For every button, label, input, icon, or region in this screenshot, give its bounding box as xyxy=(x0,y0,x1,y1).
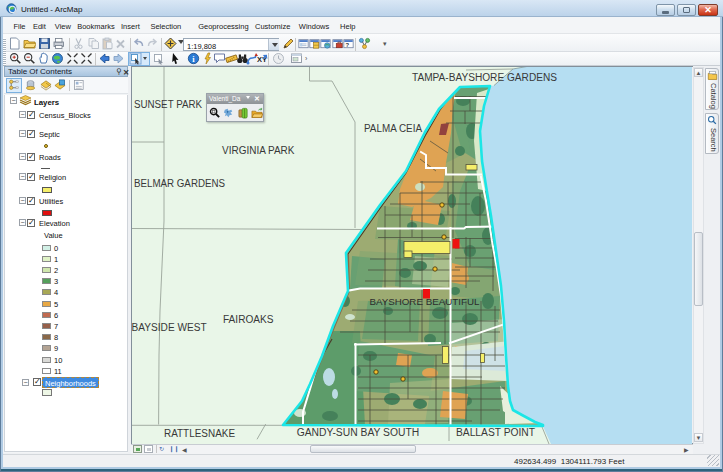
svg-text:VIRGINIA PARK: VIRGINIA PARK xyxy=(222,145,295,156)
svg-text:BELMAR GARDENS: BELMAR GARDENS xyxy=(134,178,225,189)
svg-text:BAYSHORE BEAUTIFUL: BAYSHORE BEAUTIFUL xyxy=(369,297,479,307)
svg-text:BALLAST POINT: BALLAST POINT xyxy=(456,427,535,438)
svg-text:PALMA CEIA: PALMA CEIA xyxy=(364,123,422,134)
svg-text:GANDY-SUN BAY SOUTH: GANDY-SUN BAY SOUTH xyxy=(297,427,420,438)
svg-text:SUNSET PARK: SUNSET PARK xyxy=(134,99,202,110)
svg-text:RATTLESNAKE: RATTLESNAKE xyxy=(164,428,235,439)
svg-text:?: ? xyxy=(345,42,349,48)
svg-text:BAYSIDE WEST: BAYSIDE WEST xyxy=(132,322,207,333)
svg-text:TAMPA-BAYSHORE GARDENS: TAMPA-BAYSHORE GARDENS xyxy=(412,72,557,83)
svg-text:FAIROAKS: FAIROAKS xyxy=(223,314,274,325)
